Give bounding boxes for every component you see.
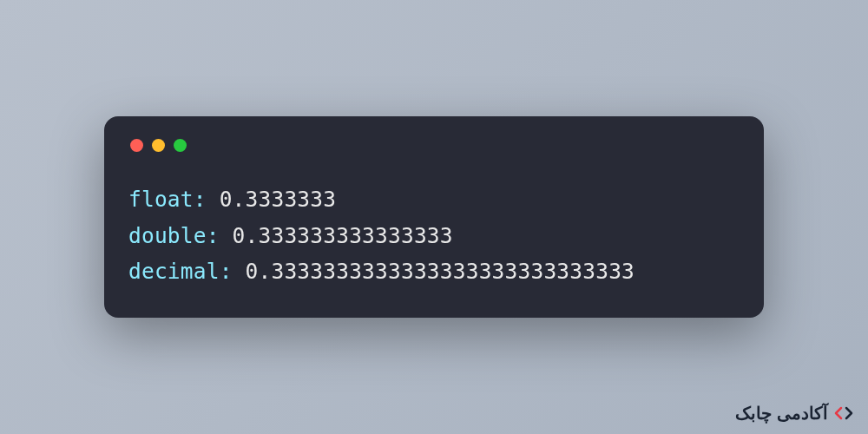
colon: : <box>220 259 246 284</box>
output-label: float <box>128 187 194 212</box>
colon: : <box>207 223 233 248</box>
colon: : <box>194 187 220 212</box>
window-titlebar <box>130 139 740 152</box>
output-value: 0.3333333333333333333333333333 <box>246 259 635 284</box>
maximize-icon[interactable] <box>174 139 187 152</box>
watermark: آکادمی چابک <box>735 403 854 424</box>
output-label: double <box>128 223 207 248</box>
output-value: 0.333333333333333 <box>233 223 453 248</box>
output-line: double: 0.333333333333333 <box>128 218 740 254</box>
output-label: decimal <box>128 259 220 284</box>
output-line: decimal: 0.3333333333333333333333333333 <box>128 253 740 290</box>
output-line: float: 0.3333333 <box>128 181 740 218</box>
terminal-output: float: 0.3333333 double: 0.3333333333333… <box>128 181 740 290</box>
minimize-icon[interactable] <box>152 139 165 152</box>
terminal-window: float: 0.3333333 double: 0.3333333333333… <box>104 116 764 318</box>
close-icon[interactable] <box>130 139 143 152</box>
output-value: 0.3333333 <box>220 187 337 212</box>
watermark-text: آکادمی چابک <box>735 403 828 424</box>
watermark-logo-icon <box>833 403 854 424</box>
